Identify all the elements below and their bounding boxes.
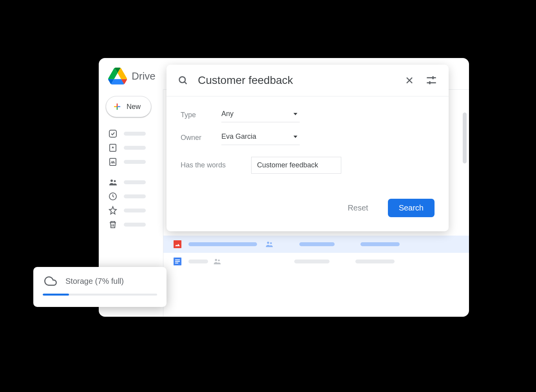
nav-label-placeholder (124, 160, 146, 164)
nav-label-placeholder (124, 146, 146, 150)
owner-select[interactable]: Eva Garcia (221, 130, 300, 145)
people-icon (108, 178, 118, 187)
file-col-placeholder (294, 260, 330, 263)
drive-icon (108, 143, 118, 152)
file-col-placeholder (355, 260, 395, 263)
plus-icon (112, 102, 122, 111)
svg-point-6 (114, 180, 116, 182)
sidebar-item-starred[interactable] (103, 203, 159, 218)
app-title: Drive (132, 70, 156, 82)
file-name-placeholder (188, 242, 257, 246)
svg-point-16 (179, 77, 185, 83)
type-label: Type (181, 111, 221, 119)
svg-rect-23 (429, 81, 431, 84)
file-row-doc[interactable] (163, 253, 469, 270)
svg-point-15 (218, 260, 220, 261)
sidebar-item-trash[interactable] (103, 218, 159, 232)
close-icon (405, 76, 414, 85)
nav-label-placeholder (124, 223, 146, 227)
clock-icon (108, 192, 118, 201)
shared-icon (265, 240, 273, 249)
shared-icon (213, 257, 221, 266)
svg-rect-22 (427, 82, 436, 83)
docs-file-icon (173, 257, 182, 266)
search-header: Customer feedback (167, 65, 449, 96)
svg-point-3 (112, 161, 113, 162)
trash-icon (108, 220, 118, 229)
svg-rect-10 (174, 240, 181, 248)
shared-drive-icon (108, 157, 118, 167)
owner-label: Owner (181, 134, 221, 142)
words-label: Has the words (181, 161, 243, 169)
storage-header: Storage (7% full) (43, 275, 157, 287)
sidebar-item-shared[interactable] (103, 175, 159, 189)
search-button[interactable]: Search (388, 199, 435, 217)
nav-label-placeholder (124, 194, 146, 198)
svg-rect-21 (432, 76, 434, 80)
filter-row-words: Has the words (181, 157, 435, 174)
svg-rect-2 (110, 158, 116, 165)
svg-point-5 (110, 180, 113, 182)
svg-point-4 (113, 161, 114, 162)
cloud-icon (43, 275, 58, 287)
clear-search-button[interactable] (403, 74, 416, 87)
nav-label-placeholder (124, 132, 146, 136)
file-col-placeholder (299, 242, 335, 246)
search-actions: Reset Search (167, 192, 449, 217)
file-name-placeholder (188, 260, 208, 263)
type-select[interactable]: Any (221, 107, 300, 122)
filter-row-owner: Owner Eva Garcia (181, 130, 435, 145)
new-button[interactable]: New (106, 96, 151, 117)
owner-value: Eva Garcia (221, 132, 256, 141)
sidebar-item-my-drive[interactable] (103, 141, 159, 155)
image-file-icon (173, 240, 182, 249)
file-col-placeholder (360, 242, 400, 246)
sidebar-item-recent[interactable] (103, 189, 159, 203)
svg-point-12 (270, 242, 272, 244)
filters-body: Type Any Owner Eva Garcia Has the words (167, 96, 449, 192)
chevron-down-icon (293, 136, 297, 138)
reset-button[interactable]: Reset (344, 200, 372, 216)
filter-icon (426, 75, 437, 86)
storage-label: Storage (7% full) (65, 277, 124, 286)
words-input[interactable] (251, 157, 341, 174)
type-value: Any (221, 110, 234, 118)
filter-row-type: Type Any (181, 107, 435, 122)
svg-line-17 (185, 82, 187, 84)
sidebar-item-priority[interactable] (103, 127, 159, 141)
scrollbar-thumb[interactable] (463, 113, 467, 163)
storage-card[interactable]: Storage (7% full) (33, 267, 167, 307)
svg-rect-0 (109, 130, 116, 137)
file-row-image[interactable] (163, 236, 469, 253)
drive-logo-icon (108, 67, 127, 85)
chevron-down-icon (293, 113, 297, 115)
advanced-search-panel: Customer feedback Type Any Owner Eva Gar… (167, 65, 449, 231)
search-icon (177, 75, 188, 86)
search-options-button[interactable] (425, 74, 438, 87)
svg-point-14 (215, 259, 217, 261)
new-button-label: New (127, 103, 141, 111)
star-icon (108, 206, 118, 215)
svg-point-11 (267, 242, 270, 244)
nav-label-placeholder (124, 180, 146, 184)
svg-rect-20 (427, 77, 436, 78)
storage-progress-bar (43, 294, 157, 296)
storage-progress-fill (43, 294, 69, 296)
nav-label-placeholder (124, 209, 146, 212)
checkbox-icon (108, 129, 118, 138)
search-query-text[interactable]: Customer feedback (198, 74, 394, 87)
sidebar-item-shared-drives[interactable] (103, 155, 159, 169)
